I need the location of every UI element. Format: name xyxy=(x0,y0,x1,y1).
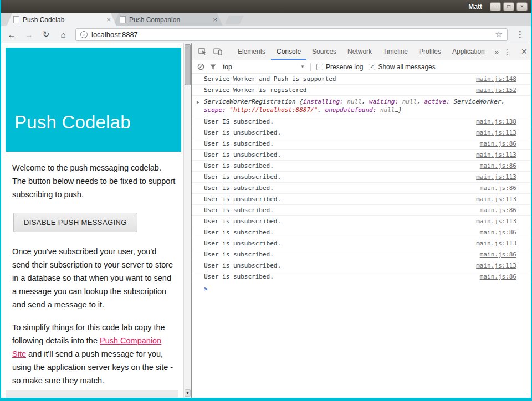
console-source-link[interactable]: main.js:113 xyxy=(476,129,516,136)
devtools-tab-profiles[interactable]: Profiles xyxy=(413,43,447,60)
console-message-row: Service Worker and Push is supported mai… xyxy=(192,74,531,85)
console-prompt[interactable]: > xyxy=(192,282,531,294)
content-area: Push Codelab Welcome to the push messagi… xyxy=(1,43,531,398)
console-source-link[interactable]: main.js:138 xyxy=(476,118,516,125)
console-source-link[interactable]: main.js:86 xyxy=(480,273,516,280)
devtools-panel: Elements Console Sources Network Timelin… xyxy=(191,43,531,398)
object-preview-line2: scope: "http://localhost:8887/", onupdat… xyxy=(204,106,516,114)
console-source-link[interactable]: main.js:148 xyxy=(476,75,516,83)
console-message-row: User is subscribed. main.js:86 xyxy=(192,183,531,194)
console-message-text: User is subscribed. xyxy=(204,184,473,192)
console-message-row: User is subscribed. main.js:86 xyxy=(192,271,531,282)
show-all-messages-checkbox[interactable]: ✓ Show all messages xyxy=(369,63,435,71)
expand-arrow-icon[interactable]: ▶ xyxy=(197,99,200,106)
console-source-link[interactable]: main.js:113 xyxy=(476,173,516,181)
prompt-chevron-icon: > xyxy=(204,285,208,292)
console-message-text: User is unsubscribed. xyxy=(204,218,469,225)
inspect-element-icon[interactable] xyxy=(195,43,210,60)
subscription-panel-partial xyxy=(6,390,178,398)
devtools-tab-timeline[interactable]: Timeline xyxy=(377,43,413,60)
console-message-text: Service Worker is registered xyxy=(204,86,469,94)
console-message-row: User is unsubscribed. main.js:113 xyxy=(192,150,531,161)
console-source-link[interactable]: main.js:86 xyxy=(480,251,516,258)
device-toolbar-icon[interactable] xyxy=(210,43,226,60)
window-title: Matt xyxy=(468,3,482,11)
console-source-link[interactable]: main.js:113 xyxy=(476,151,516,158)
favicon-icon xyxy=(13,16,19,23)
forward-button[interactable]: → xyxy=(24,30,34,39)
console-message-row: User is unsubscribed. main.js:113 xyxy=(192,260,531,271)
filter-icon[interactable] xyxy=(210,64,216,70)
tab-title: Push Codelab xyxy=(23,16,103,24)
tab-title: Push Companion xyxy=(129,16,209,24)
console-message-row: User is unsubscribed. main.js:113 xyxy=(192,194,531,205)
checkbox-label: Show all messages xyxy=(378,63,435,71)
console-message-row: User IS subscribed. main.js:138 xyxy=(192,116,531,127)
checkbox-label: Preserve log xyxy=(326,63,363,71)
new-tab-button[interactable] xyxy=(225,16,244,24)
maximize-button[interactable]: □ xyxy=(503,2,514,11)
clear-console-button[interactable] xyxy=(197,63,204,70)
console-source-link[interactable]: main.js:86 xyxy=(480,184,516,192)
page-info-icon[interactable]: i xyxy=(80,31,88,38)
scrollbar-thumb[interactable] xyxy=(185,44,191,85)
console-source-link[interactable]: main.js:113 xyxy=(476,262,516,269)
console-source-link[interactable]: main.js:113 xyxy=(476,240,516,247)
tab-push-codelab[interactable]: Push Codelab × xyxy=(7,13,116,26)
reload-button[interactable]: ↻ xyxy=(41,29,51,39)
home-button[interactable]: ⌂ xyxy=(58,30,68,39)
console-source-link[interactable]: main.js:86 xyxy=(480,207,516,214)
close-button[interactable]: × xyxy=(516,2,528,11)
devtools-tab-elements[interactable]: Elements xyxy=(232,43,271,60)
console-message-row: User is subscribed. main.js:86 xyxy=(192,161,531,172)
console-toolbar: top ▼ Preserve log ✓ Show all messages xyxy=(192,60,531,74)
execution-context-dropdown[interactable]: top ▼ xyxy=(223,63,305,71)
window-titlebar[interactable]: Matt – □ × xyxy=(1,0,531,13)
page-scrollbar[interactable]: ▾ xyxy=(183,43,191,398)
tab-close-icon[interactable]: × xyxy=(106,16,111,23)
dropdown-caret-icon: ▼ xyxy=(300,64,305,69)
console-message-row: User is subscribed. main.js:86 xyxy=(192,227,531,238)
address-bar[interactable]: i localhost:8887 ☆ xyxy=(75,28,508,41)
console-message-row: User is unsubscribed. main.js:113 xyxy=(192,172,531,183)
tab-push-companion[interactable]: Push Companion × xyxy=(113,13,223,26)
console-source-link[interactable]: main.js:86 xyxy=(480,229,516,236)
console-source-link[interactable]: main.js:113 xyxy=(476,196,516,203)
devtools-tab-network[interactable]: Network xyxy=(342,43,377,60)
console-message-text: User IS subscribed. xyxy=(204,118,469,125)
console-log[interactable]: Service Worker and Push is supported mai… xyxy=(192,74,531,398)
preserve-log-checkbox[interactable]: Preserve log xyxy=(316,63,363,71)
console-message-text: User is unsubscribed. xyxy=(204,129,469,136)
console-message-text: User is unsubscribed. xyxy=(204,240,469,247)
page-pane: Push Codelab Welcome to the push messagi… xyxy=(1,43,191,398)
console-source-link[interactable]: main.js:86 xyxy=(480,140,516,147)
disable-push-button[interactable]: DISABLE PUSH MESSAGING xyxy=(13,213,137,232)
devtools-menu-button[interactable]: ⋮ xyxy=(503,47,511,56)
console-source-link[interactable]: main.js:152 xyxy=(476,86,516,94)
devtools-tab-overflow-icon[interactable]: » xyxy=(490,43,503,60)
console-source-link[interactable]: main.js:86 xyxy=(480,162,516,169)
bookmark-star-icon[interactable]: ☆ xyxy=(495,29,503,39)
hero-banner: Push Codelab xyxy=(6,48,181,152)
checkbox-icon xyxy=(316,64,323,70)
scroll-down-button[interactable]: ▾ xyxy=(185,389,191,397)
devtools-tab-application[interactable]: Application xyxy=(447,43,490,60)
tab-close-icon[interactable]: × xyxy=(213,16,217,23)
console-source-link[interactable]: main.js:113 xyxy=(476,218,516,225)
back-button[interactable]: ← xyxy=(7,30,17,39)
console-message-text: User is unsubscribed. xyxy=(204,173,469,181)
devtools-tab-console[interactable]: Console xyxy=(271,43,306,60)
devtools-close-button[interactable]: ✕ xyxy=(521,47,528,56)
console-message-row: Service Worker is registered main.js:152 xyxy=(192,85,531,96)
console-message-text: User is subscribed. xyxy=(204,251,473,258)
url-text: localhost:8887 xyxy=(91,30,492,39)
console-message-text: User is subscribed. xyxy=(204,207,473,214)
browser-window: Matt – □ × Push Codelab × Push Companion… xyxy=(0,0,532,401)
minimize-button[interactable]: – xyxy=(490,2,501,11)
favicon-icon xyxy=(120,16,126,23)
console-message-text: User is subscribed. xyxy=(204,162,473,169)
console-message-row: User is subscribed. main.js:86 xyxy=(192,138,531,150)
browser-menu-button[interactable]: ⋮ xyxy=(515,29,525,39)
devtools-tab-sources[interactable]: Sources xyxy=(306,43,342,60)
console-message-text: User is subscribed. xyxy=(204,229,473,236)
